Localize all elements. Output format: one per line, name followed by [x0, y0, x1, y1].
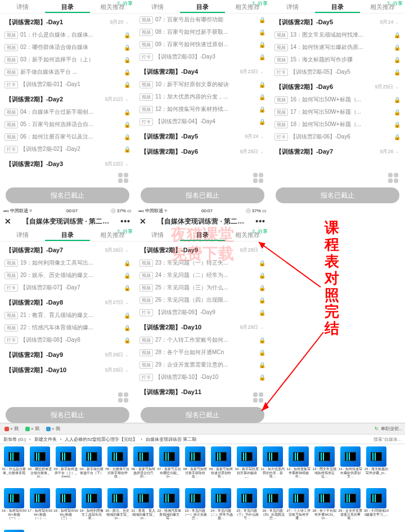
tab-2[interactable]: × 我 [23, 425, 42, 432]
share-button[interactable]: ⇧ 分享 [251, 228, 268, 235]
file-item[interactable]: 18：如何写出50W+标题（三）... [53, 488, 79, 530]
more-icon[interactable]: ••• [120, 217, 130, 226]
lesson-item[interactable]: 视频03：新手如何选择平台（上）🔒 [4, 53, 130, 66]
file-item[interactable]: 05：自媒体平台过新手期创作技... [105, 446, 130, 488]
grid-icon[interactable] [253, 173, 263, 183]
day-header[interactable]: 【训练营2期】-Day109月29日 ⌄ [4, 361, 130, 377]
file-item[interactable]: 24：常见问题（二）经常为选题... [208, 488, 234, 530]
lesson-item[interactable]: 打卡【训练营2期-03】-Day3🔒 [140, 51, 266, 63]
file-item[interactable]: 19：如何利用像文工具写出高权... [79, 488, 105, 530]
share-button[interactable]: ⇧ 分享 [116, 228, 133, 235]
day-header[interactable]: 【训练营2期】-Day99月28日 ⌄ [4, 346, 130, 361]
file-item[interactable]: 31：大号分析_(new) [1, 530, 27, 532]
enroll-closed-button[interactable]: 报名已截止 [141, 407, 264, 423]
tab-detail[interactable]: 详情 [135, 228, 180, 241]
lesson-item[interactable]: 视频02：哪些群体适合做自媒体🔒 [4, 41, 130, 53]
enroll-closed-button[interactable]: 报名已截止 [276, 187, 399, 203]
file-item[interactable]: 26：常见问题（四）出现限流怎... [260, 488, 286, 530]
file-item[interactable]: 23：常见问题（一）转正失败怎... [182, 488, 208, 530]
file-item[interactable]: 13：图文常见领域如何找准定位... [312, 446, 338, 488]
lesson-item[interactable]: 视频新手做自媒体选平台 ...🔒 [4, 66, 130, 78]
day-header[interactable]: 【训练营2期】-Day59月24 ⌄ [274, 14, 400, 29]
close-icon[interactable]: ✕ [4, 217, 11, 226]
lesson-item[interactable]: 视频24：常见问题（二）经常为...🔒 [140, 269, 266, 281]
tab-1[interactable]: × 我 [2, 425, 21, 432]
lesson-item[interactable]: 视频25：常见问题（三）为什么...🔒 [140, 281, 266, 294]
share-button[interactable]: ⇧ 分享 [116, 0, 133, 7]
day-header[interactable]: 【训练营2期】-Day29月21日 ⌄ [4, 91, 130, 106]
lesson-item[interactable]: 视频08：百家号如何过新手获取...🔒 [140, 26, 266, 38]
lesson-item[interactable]: 视频10：新手写好原创文章的秘诀🔒 [140, 78, 266, 91]
lesson-item[interactable]: 打卡【训练营2期-07】-Day7🔒 [4, 281, 130, 294]
file-item[interactable]: 29：企业开发票需要注意的事项... [338, 488, 363, 530]
file-item[interactable]: 10：新手写好原创文章的秘诀_... [234, 446, 260, 488]
grid-icon[interactable] [118, 392, 128, 403]
lesson-item[interactable]: 视频07：百家号后台有哪些功能🔒 [140, 14, 266, 26]
file-item[interactable]: 17：如何写出50W+标题（二）... [27, 488, 53, 530]
lesson-item[interactable]: 视频16：如何写出50W+标题（...🔒 [274, 93, 400, 106]
tab-catalog[interactable]: 目录 [45, 228, 90, 241]
more-icon[interactable]: ••• [255, 217, 266, 226]
lesson-item[interactable]: 打卡【训练营2期-10】-Day10🔒 [140, 371, 266, 383]
day-header[interactable]: 【训练营2期】-Day19月20 ⌄ [4, 14, 130, 29]
day-header[interactable]: 【训练营2期】-Day11 ⌄ [140, 383, 266, 399]
file-item[interactable]: 11：加大优质内容的分发，获取... [260, 446, 286, 488]
lesson-item[interactable]: 视频23：常见问题（一）转正失...🔒 [140, 257, 266, 269]
lesson-item[interactable]: 视频09：百家号如何快速过原创...🔒 [140, 38, 266, 51]
tab-detail[interactable]: 详情 [270, 0, 315, 13]
file-item[interactable]: 28：各个平台如何开通MCN_(n... [312, 488, 338, 530]
lesson-item[interactable]: 视频18：如何写出50W+标题（...🔒 [274, 118, 400, 131]
tab-catalog[interactable]: 目录 [180, 0, 225, 13]
lesson-item[interactable]: 视频06：如何注册百家号以及注...🔒 [4, 131, 130, 143]
file-item[interactable]: 14：如何快速写出爆款伪原创文... [338, 446, 363, 488]
lesson-item[interactable]: 视频29：企业开发票需要注意的...🔒 [140, 359, 266, 371]
lesson-item[interactable]: 视频04：自媒体平台过新手期创...🔒 [4, 106, 130, 118]
close-icon[interactable]: ✕ [140, 217, 146, 226]
file-item[interactable]: 01：什么是自媒体_自媒体变现 [1, 446, 27, 488]
lesson-item[interactable]: 视频21：教育、育儿领域的爆文...🔒 [4, 309, 130, 321]
file-item[interactable]: 06：百家号如何选择适合自己的... [130, 446, 156, 488]
day-header[interactable]: 【训练营2期】-Day99月28日 ⌄ [140, 242, 266, 257]
lesson-item[interactable]: 打卡【训练营2期-04】-Day4🔒 [140, 115, 266, 128]
day-header[interactable]: 【训练营2期】-Day79月26日 ⌄ [4, 242, 130, 257]
day-header[interactable]: 【训练营2期】-Day49月23日 ⌄ [140, 63, 266, 78]
lesson-item[interactable]: 打卡【训练营2期-08】-Day8🔒 [4, 334, 130, 346]
day-header[interactable]: 【训练营2期】-Day69月25日 ⌄ [140, 143, 266, 158]
lesson-item[interactable]: 视频12：如何搜集写作素材持续...🔒 [140, 103, 266, 115]
day-header[interactable]: 【训练营2期】-Day39月22日 ⌄ [4, 155, 130, 171]
file-item[interactable]: 21：教育、育儿领域的爆文写_(n... [130, 488, 156, 530]
file-item[interactable]: 16：如何写出50W+标题（一）... [1, 488, 27, 530]
lesson-item[interactable]: 打卡【训练营2期-02】-Day2🔒 [4, 143, 130, 155]
tab-detail[interactable]: 详情 [0, 0, 45, 13]
day-header[interactable]: 【训练营2期】-Day109月29日 ⌄ [140, 319, 266, 334]
file-item[interactable]: 07：百家号后台有哪些功能_(n... [156, 446, 182, 488]
lesson-item[interactable]: 打卡【训练营2期-09】-Day9🔒 [140, 306, 266, 319]
lesson-item[interactable]: 视频19：如何利用像文工具写出...🔒 [4, 257, 130, 269]
share-button[interactable]: ⇧ 分享 [386, 0, 403, 7]
tab-3[interactable]: × 我 [44, 425, 62, 432]
day-header[interactable]: 【训练营2期】-Day69月25日 ⌄ [274, 78, 400, 93]
tab-catalog[interactable]: 目录 [45, 0, 90, 13]
lesson-item[interactable]: 视频20：娱乐、历史领域的爆文...🔒 [4, 269, 130, 281]
tab-catalog[interactable]: 目录 [180, 228, 225, 241]
lesson-item[interactable]: 打卡【训练营2期-05】-Day5🔒 [274, 66, 400, 78]
tab-detail[interactable]: 详情 [0, 228, 45, 241]
file-item[interactable]: 02：哪些群体适合做自媒体_(n... [27, 446, 53, 488]
grid-icon[interactable] [118, 173, 128, 183]
lesson-item[interactable]: 视频17：如何写出50W+标题（...🔒 [274, 106, 400, 118]
file-item[interactable]: 03：新手如何选择平台（上）_(new) [53, 446, 79, 488]
grid-icon[interactable] [253, 392, 263, 403]
lesson-item[interactable]: 视频14：如何快速写出爆款伪原...🔒 [274, 41, 400, 53]
file-item[interactable]: 20：娱乐、历史领域的爆文写_(n... [105, 488, 130, 530]
tab-catalog[interactable]: 目录 [315, 0, 360, 13]
share-button[interactable]: ⇧ 分享 [251, 0, 268, 7]
lesson-item[interactable]: 打卡【训练营2期-01】-Day1🔒 [4, 78, 130, 91]
day-header[interactable]: 【训练营2期】-Day89月27日 ⌄ [4, 294, 130, 309]
file-item[interactable]: 22：情感汽车体育领域的爆文写... [156, 488, 182, 530]
day-header[interactable]: 【训练营2期】-Day59月24 ⌄ [140, 128, 266, 143]
file-item[interactable]: 09：百家号如何快速过原创给你... [208, 446, 234, 488]
lesson-item[interactable]: 视频13：图文常见领域如何找准...🔒 [274, 29, 400, 41]
file-item[interactable]: 08：百家号如何过新手获取收益... [182, 446, 208, 488]
enroll-closed-button[interactable]: 报名已截止 [141, 187, 264, 203]
lesson-item[interactable]: 视频22：情感汽车体育领域的爆...🔒 [4, 321, 130, 334]
